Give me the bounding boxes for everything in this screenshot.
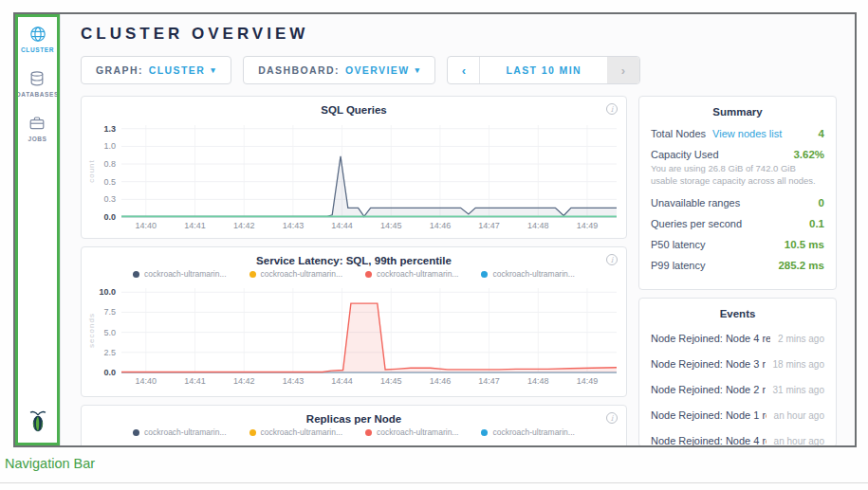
time-range-value[interactable]: LAST 10 MIN — [480, 57, 607, 83]
time-range-prev-button[interactable]: ‹ — [448, 57, 480, 83]
summary-row: P50 latency10.5 ms — [639, 234, 836, 255]
svg-text:7.5: 7.5 — [103, 307, 116, 317]
svg-text:14:47: 14:47 — [478, 376, 500, 386]
divider — [0, 482, 868, 483]
legend-label: cockroach-ultramarin... — [377, 269, 458, 279]
svg-text:14:42: 14:42 — [233, 221, 255, 230]
sidebar-item-cluster[interactable]: CLUSTER — [21, 25, 54, 53]
legend-dot-icon — [133, 429, 139, 436]
sidebar-item-jobs[interactable]: JOBS — [28, 114, 46, 142]
legend-dot-icon — [481, 271, 488, 278]
service-latency-chart-panel: Service Latency: SQL, 99th percentile i … — [81, 246, 627, 397]
svg-text:14:48: 14:48 — [527, 376, 549, 386]
svg-text:2.5: 2.5 — [103, 348, 116, 357]
svg-text:14:41: 14:41 — [184, 376, 206, 386]
page-title: CLUSTER OVERVIEW — [81, 24, 855, 45]
svg-text:1.3: 1.3 — [103, 124, 116, 134]
svg-text:14:45: 14:45 — [380, 221, 402, 230]
charts-column: SQL Queries i 0.00.30.50.81.01.314:4014:… — [81, 96, 627, 447]
events-title: Events — [639, 299, 836, 325]
dashboard-content: SQL Queries i 0.00.30.50.81.01.314:4014:… — [81, 96, 855, 447]
legend-item[interactable]: cockroach-ultramarin... — [133, 427, 226, 437]
graph-dropdown-value: CLUSTER — [149, 64, 205, 76]
legend-item[interactable]: cockroach-ultramarin... — [249, 269, 342, 279]
summary-row-label: Queries per second — [651, 218, 742, 229]
summary-row-value: 3.62% — [793, 149, 824, 160]
event-time: 31 mins ago — [773, 385, 824, 395]
sidebar-item-databases[interactable]: DATABASES — [16, 69, 59, 98]
legend-dot-icon — [365, 271, 372, 278]
event-row[interactable]: Node Rejoined: Node 2 rej...31 mins ago — [639, 376, 836, 402]
event-row[interactable]: Node Rejoined: Node 4 rej...2 mins ago — [639, 325, 836, 351]
legend-dot-icon — [481, 429, 488, 436]
event-time: an hour ago — [774, 436, 824, 446]
summary-row: Total NodesView nodes list4 — [639, 123, 836, 144]
event-text: Node Rejoined: Node 1 rej... — [651, 409, 766, 421]
legend-label: cockroach-ultramarin... — [377, 427, 458, 437]
summary-row-caption: You are using 26.8 GiB of 742.0 GiB usab… — [639, 162, 836, 192]
svg-text:0.3: 0.3 — [103, 194, 116, 204]
svg-text:14:40: 14:40 — [136, 376, 157, 386]
svg-text:0.8: 0.8 — [103, 159, 116, 169]
event-time: 2 mins ago — [778, 334, 824, 344]
events-rows: Node Rejoined: Node 4 rej...2 mins agoNo… — [639, 325, 836, 447]
summary-row-value: 10.5 ms — [785, 239, 824, 250]
summary-row: Queries per second0.1 — [639, 213, 836, 234]
summary-row-label: Unavailable ranges — [651, 197, 740, 209]
svg-text:14:49: 14:49 — [577, 221, 599, 230]
chart-legend: cockroach-ultramarin...cockroach-ultrama… — [82, 268, 626, 281]
event-text: Node Rejoined: Node 3 rej... — [651, 358, 766, 370]
database-icon — [28, 69, 46, 88]
legend-item[interactable]: cockroach-ultramarin... — [481, 427, 574, 437]
legend-item[interactable]: cockroach-ultramarin... — [133, 269, 226, 279]
event-text: Node Rejoined: Node 4 rej... — [651, 333, 770, 344]
svg-text:400: 400 — [102, 445, 116, 447]
event-time: an hour ago — [774, 410, 824, 421]
view-nodes-list-link[interactable]: View nodes list — [712, 128, 782, 139]
legend-dot-icon — [249, 429, 256, 436]
svg-text:14:41: 14:41 — [184, 221, 206, 230]
svg-text:14:42: 14:42 — [233, 376, 255, 386]
dashboard-dropdown[interactable]: DASHBOARD: OVERVIEW ▾ — [243, 56, 435, 84]
info-icon[interactable]: i — [606, 254, 618, 265]
svg-text:5.0: 5.0 — [103, 328, 116, 337]
summary-rows: Total NodesView nodes list4Capacity Used… — [639, 123, 836, 276]
cockroachdb-logo-icon[interactable] — [27, 408, 49, 437]
summary-row-label: Total Nodes — [651, 128, 706, 139]
event-row[interactable]: Node Rejoined: Node 1 rej...an hour ago — [639, 402, 836, 427]
graph-dropdown[interactable]: GRAPH: CLUSTER ▾ — [81, 56, 231, 84]
main-content: CLUSTER OVERVIEW GRAPH: CLUSTER ▾ DASHBO… — [61, 14, 855, 445]
legend-label: cockroach-ultramarin... — [144, 269, 226, 279]
chart-title: Replicas per Node — [82, 406, 626, 426]
side-column: Summary Total NodesView nodes list4Capac… — [638, 96, 837, 447]
svg-text:14:44: 14:44 — [331, 221, 353, 230]
summary-title: Summary — [639, 97, 836, 123]
svg-text:14:43: 14:43 — [283, 376, 305, 386]
navigation-bar: CLUSTER DATABASES — [15, 14, 61, 445]
legend-item[interactable]: cockroach-ultramarin... — [481, 269, 574, 279]
chevron-down-icon: ▾ — [211, 65, 216, 75]
svg-text:14:46: 14:46 — [430, 221, 452, 230]
summary-row: Unavailable ranges0 — [639, 192, 836, 213]
events-panel: Events Node Rejoined: Node 4 rej...2 min… — [638, 298, 837, 447]
svg-text:14:43: 14:43 — [283, 221, 305, 230]
legend-item[interactable]: cockroach-ultramarin... — [249, 427, 342, 437]
chart-legend: cockroach-ultramarin...cockroach-ultrama… — [82, 426, 626, 439]
info-icon[interactable]: i — [606, 103, 618, 115]
sidebar-item-label: JOBS — [28, 136, 46, 142]
legend-item[interactable]: cockroach-ultramarin... — [365, 427, 458, 437]
info-icon[interactable]: i — [606, 412, 618, 424]
legend-item[interactable]: cockroach-ultramarin... — [365, 269, 458, 279]
time-range-next-button[interactable]: › — [607, 57, 639, 83]
replicas-per-node-chart: 40014:4014:4114:4214:4314:4414:4514:4614… — [85, 439, 622, 447]
svg-text:14:47: 14:47 — [478, 221, 500, 230]
service-latency-chart: 0.02.55.07.510.014:4014:4114:4214:4314:4… — [85, 281, 622, 389]
admin-ui-window: CLUSTER DATABASES — [13, 12, 857, 447]
event-row[interactable]: Node Rejoined: Node 3 rej...18 mins ago — [639, 351, 836, 376]
legend-dot-icon — [365, 429, 372, 436]
chart-title: Service Latency: SQL, 99th percentile — [82, 247, 626, 268]
event-row[interactable]: Node Rejoined: Node 4 rej...an hour ago — [639, 427, 836, 447]
svg-text:count: count — [87, 159, 96, 183]
globe-icon — [28, 25, 47, 44]
svg-text:14:49: 14:49 — [577, 376, 599, 386]
